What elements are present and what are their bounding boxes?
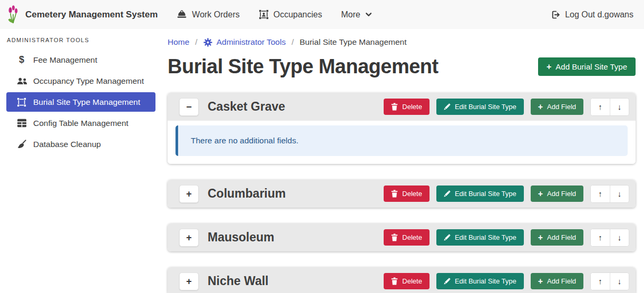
sidebar-item-config-table-management[interactable]: Config Table Management	[6, 113, 155, 133]
edit-label: Edit Burial Site Type	[455, 103, 516, 111]
plus-icon: +	[538, 104, 543, 110]
add-field-label: Add Field	[547, 277, 576, 285]
panel-actions: Delete Edit Burial Site Type	[384, 185, 629, 203]
expand-toggle-button[interactable]: +	[179, 272, 199, 290]
nav-more[interactable]: More	[341, 10, 372, 19]
hard-hat-icon	[177, 10, 187, 19]
table-icon	[15, 119, 28, 128]
delete-label: Delete	[402, 277, 422, 285]
trash-icon	[391, 103, 398, 111]
app-title: Cemetery Management System	[25, 9, 158, 20]
page-title: Burial Site Type Management	[168, 53, 438, 80]
add-field-button[interactable]: + Add Field	[531, 185, 583, 202]
move-up-button[interactable]: ↑	[591, 273, 610, 290]
plus-icon: +	[538, 235, 543, 240]
collapse-toggle-button[interactable]: −	[179, 98, 199, 116]
move-down-button[interactable]: ↓	[610, 273, 629, 290]
sidebar-item-label: Fee Management	[33, 55, 97, 65]
edit-label: Edit Burial Site Type	[455, 233, 516, 241]
trash-icon	[391, 277, 398, 285]
move-down-button[interactable]: ↓	[610, 229, 629, 246]
edit-burial-site-type-button[interactable]: Edit Burial Site Type	[436, 273, 524, 289]
plus-icon: +	[538, 191, 543, 197]
panel-niche-wall: + Niche Wall Delete	[168, 267, 636, 293]
sidebar-item-label: Burial Site Type Management	[33, 97, 140, 107]
people-icon	[15, 77, 28, 85]
vector-square-icon	[15, 97, 28, 107]
trash-icon	[391, 233, 398, 241]
panel-header: + Mausoleum Delete	[168, 223, 636, 251]
edit-burial-site-type-button[interactable]: Edit Burial Site Type	[436, 99, 524, 115]
logout-label: Log Out d.gowans	[565, 10, 633, 19]
panel-header: + Columbarium Delete	[168, 180, 636, 208]
breadcrumb-admin-tools-link[interactable]: Administrator Tools	[203, 37, 286, 47]
sidebar-item-fee-management[interactable]: $ Fee Management	[6, 50, 155, 70]
nav-occupancies[interactable]: Occupancies	[259, 9, 323, 19]
nav-work-orders[interactable]: Work Orders	[177, 10, 239, 19]
move-down-button[interactable]: ↓	[610, 185, 629, 202]
main-content: Home / Administrator Tools	[158, 29, 644, 293]
sidebar-heading: ADMINISTRATOR TOOLS	[7, 37, 155, 43]
delete-button[interactable]: Delete	[384, 99, 430, 115]
pencil-icon	[444, 234, 451, 241]
sidebar: ADMINISTRATOR TOOLS $ Fee Management Occ…	[0, 29, 158, 293]
panel-header: − Casket Grave Delete	[168, 93, 636, 121]
delete-label: Delete	[402, 233, 422, 241]
expand-toggle-button[interactable]: +	[179, 185, 199, 203]
sidebar-item-burial-site-type-management[interactable]: Burial Site Type Management	[6, 92, 155, 112]
nav-more-label: More	[341, 10, 360, 19]
main-nav: Work Orders O	[158, 9, 372, 19]
sidebar-item-label: Config Table Management	[33, 119, 129, 128]
plus-icon: +	[538, 278, 543, 284]
delete-label: Delete	[402, 190, 422, 198]
panel-header: + Niche Wall Delete	[168, 267, 636, 293]
panel-columbarium: + Columbarium Delete	[168, 180, 636, 208]
move-up-button[interactable]: ↑	[591, 99, 610, 115]
logout-icon	[551, 10, 560, 19]
add-burial-site-type-label: Add Burial Site Type	[555, 62, 627, 71]
add-field-button[interactable]: + Add Field	[531, 99, 583, 115]
dollar-icon: $	[15, 54, 28, 65]
breadcrumb: Home / Administrator Tools	[168, 37, 636, 47]
expand-toggle-button[interactable]: +	[179, 229, 199, 247]
breadcrumb-home-link[interactable]: Home	[168, 37, 189, 47]
add-field-label: Add Field	[547, 190, 576, 198]
app-logo-tulips-icon[interactable]	[6, 5, 20, 24]
add-field-label: Add Field	[547, 103, 576, 111]
panel-title: Casket Grave	[208, 100, 285, 114]
panel-title: Columbarium	[208, 187, 286, 201]
delete-label: Delete	[402, 103, 422, 111]
delete-button[interactable]: Delete	[384, 229, 430, 246]
logout-button[interactable]: Log Out d.gowans	[551, 10, 633, 19]
top-navbar: Cemetery Management System Work Orders	[0, 0, 644, 29]
add-burial-site-type-button[interactable]: + Add Burial Site Type	[538, 57, 636, 76]
delete-button[interactable]: Delete	[384, 273, 430, 289]
broom-icon	[15, 139, 28, 149]
nav-occupancies-label: Occupancies	[274, 10, 323, 19]
edit-burial-site-type-button[interactable]: Edit Burial Site Type	[436, 229, 524, 246]
chevron-down-icon	[365, 11, 372, 18]
pencil-icon	[444, 103, 451, 110]
move-up-button[interactable]: ↑	[591, 185, 610, 202]
add-field-label: Add Field	[547, 233, 576, 241]
move-down-button[interactable]: ↓	[610, 99, 629, 115]
sidebar-item-occupancy-type-management[interactable]: Occupancy Type Management	[6, 71, 155, 91]
move-up-button[interactable]: ↑	[591, 229, 610, 246]
gear-icon	[203, 38, 212, 47]
add-field-button[interactable]: + Add Field	[531, 273, 583, 289]
occupancy-frame-icon	[259, 9, 269, 19]
panel-casket-grave: − Casket Grave Delete	[168, 93, 636, 164]
pencil-icon	[444, 278, 451, 285]
panel-actions: Delete Edit Burial Site Type	[384, 229, 629, 247]
reorder-button-group: ↑ ↓	[590, 229, 629, 247]
add-field-button[interactable]: + Add Field	[531, 229, 583, 246]
pencil-icon	[444, 190, 451, 197]
reorder-button-group: ↑ ↓	[590, 272, 629, 290]
sidebar-item-database-cleanup[interactable]: Database Cleanup	[6, 134, 155, 154]
panel-title: Mausoleum	[208, 230, 275, 245]
delete-button[interactable]: Delete	[384, 185, 430, 202]
breadcrumb-separator: /	[195, 37, 197, 47]
edit-burial-site-type-button[interactable]: Edit Burial Site Type	[436, 185, 524, 202]
plus-icon: +	[547, 64, 551, 70]
edit-label: Edit Burial Site Type	[455, 190, 516, 198]
